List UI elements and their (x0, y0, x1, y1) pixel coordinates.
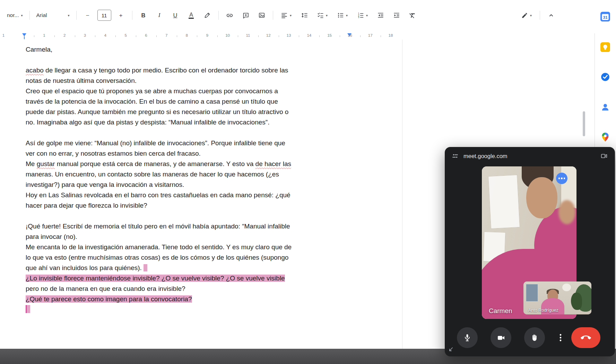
numbered-list-dropdown[interactable]: 123 ▾ (353, 9, 372, 22)
doc-line[interactable] (26, 304, 292, 315)
ruler-number: 10 (225, 33, 230, 37)
text-color-bar (189, 18, 194, 19)
ruler-tick (115, 35, 116, 37)
chevron-down-icon: ▾ (68, 14, 69, 17)
increase-font-size-button[interactable]: + (114, 9, 128, 22)
ruler-tick (177, 35, 177, 37)
highlight-color-button[interactable] (200, 9, 215, 22)
bulleted-list-dropdown[interactable]: ▾ (333, 9, 352, 22)
doc-line[interactable]: Hoy en Las Salinas revolcada en el barro… (26, 190, 292, 200)
doc-line[interactable]: Creo que el espacio que tú propones ya s… (26, 86, 292, 96)
decrease-indent-button[interactable] (373, 9, 388, 22)
calendar-icon: 31 (600, 11, 610, 22)
text-run: manual porque está cerca de maneras, y d… (55, 160, 255, 167)
hide-menus-button[interactable] (544, 9, 558, 22)
ruler-tick (75, 35, 75, 37)
doc-line[interactable]: Me gustar manual porque está cerca de ma… (26, 159, 292, 169)
image-icon (258, 12, 265, 19)
chevron-down-icon: ▾ (366, 14, 368, 17)
doc-line[interactable] (26, 55, 292, 65)
pencil-icon (521, 12, 528, 19)
doc-line[interactable]: ¿Lo invisible florece manteniéndose invi… (26, 273, 292, 284)
doc-line[interactable] (26, 128, 292, 138)
italic-button[interactable]: I (152, 9, 167, 22)
doc-line[interactable]: puede dar pistas. Aunque también me preg… (26, 107, 292, 117)
ruler-tick (381, 35, 381, 37)
doc-line[interactable]: Carmela, (26, 44, 292, 55)
text-run: Hoy en Las Salinas revolcada en el barro… (26, 191, 290, 199)
left-indent-stem[interactable] (24, 36, 25, 39)
insert-link-button[interactable] (223, 9, 237, 22)
increase-indent-button[interactable] (389, 9, 404, 22)
doc-line[interactable]: acabo de llegar a casa y tengo todo por … (26, 65, 292, 76)
calendar-button[interactable]: 31 (600, 11, 611, 22)
doc-line[interactable]: lo que va esto (entre muchísimas otras c… (26, 252, 292, 263)
svg-text:3: 3 (358, 16, 359, 18)
doc-line[interactable]: maneras. Un encuentro, un contacto sobre… (26, 169, 292, 180)
underline-button[interactable]: U (168, 9, 183, 22)
doc-line[interactable]: hacer para dejar que florezca lo invisib… (26, 200, 292, 211)
meet-self-view[interactable]: Anto Rodríguez (523, 281, 591, 314)
doc-line[interactable]: investigar?) para que venga la invocació… (26, 180, 292, 190)
meet-more-controls-button[interactable] (554, 327, 567, 348)
call-end-icon (581, 332, 591, 343)
tasks-button[interactable] (600, 71, 611, 83)
meet-more-options-button[interactable] (556, 173, 567, 184)
document-editor[interactable]: Carmela, acabo de llegar a casa y tengo … (26, 44, 292, 315)
clear-formatting-button[interactable] (405, 9, 420, 22)
meet-pip-window[interactable]: meet.google.com Carmen Anto Rodríguez (445, 147, 615, 356)
left-indent-marker[interactable] (22, 33, 26, 36)
maps-icon (600, 132, 610, 142)
keep-button[interactable] (600, 42, 611, 53)
maps-button[interactable] (600, 132, 611, 143)
text-color-button[interactable]: A (184, 9, 199, 22)
doc-line[interactable]: Así de golpe me viene: “Manual (no) infa… (26, 138, 292, 148)
raise-hand-button[interactable] (524, 327, 545, 348)
ruler-tick (197, 35, 197, 37)
doc-line[interactable]: ¡Qué fuerte! Escribí de memoria el títul… (26, 221, 292, 232)
doc-line[interactable]: Me encanta lo de la investigación amaner… (26, 242, 292, 252)
meet-title-bar[interactable]: meet.google.com (445, 147, 615, 165)
doc-line[interactable] (26, 211, 292, 221)
doc-line[interactable]: notas de nuestra última conversación. (26, 76, 292, 86)
doc-line[interactable]: ¿Qué te parece esto como imagen para la … (26, 294, 292, 304)
text-run: través de la potencia de la invocación. … (26, 98, 278, 105)
font-size-input[interactable]: 11 (97, 10, 111, 21)
doc-line[interactable]: no. Imaginaba algo así que da pistas y d… (26, 117, 292, 128)
resize-handle-icon[interactable] (448, 346, 454, 353)
bold-button[interactable]: B (136, 9, 151, 22)
doc-line[interactable]: para invocar (no). (26, 232, 292, 242)
ruler-tick (34, 35, 34, 37)
decrease-font-size-button[interactable]: − (80, 9, 95, 22)
ruler-number: 3 (84, 33, 86, 37)
ruler-tick (299, 35, 299, 37)
vertical-scrollbar-thumb[interactable] (583, 111, 585, 136)
doc-line[interactable]: que ahí van incluidos los para quiénes). (26, 263, 292, 273)
clear-formatting-icon (409, 12, 416, 19)
text-run: ¿Lo invisible florece manteniéndose invi… (26, 275, 285, 282)
doc-line[interactable]: ver con no errar, y nosotras estamos bie… (26, 148, 292, 159)
align-dropdown[interactable]: ▾ (277, 9, 296, 22)
paragraph-styles-dropdown[interactable]: nor... ▾ (4, 9, 26, 22)
font-family-dropdown[interactable]: Arial ▾ (34, 9, 72, 22)
checklist-dropdown[interactable]: ▾ (313, 9, 332, 22)
highlighter-icon (204, 12, 211, 19)
editing-mode-dropdown[interactable]: ▾ (517, 9, 536, 22)
end-call-button[interactable] (571, 327, 600, 348)
ruler-number: 18 (389, 33, 393, 37)
contacts-button[interactable] (600, 102, 611, 113)
doc-line[interactable]: través de la potencia de la invocación. … (26, 96, 292, 107)
add-comment-button[interactable] (238, 9, 253, 22)
camera-toggle-button[interactable] (491, 327, 511, 348)
text-run: investigar?) para que venga la invocació… (26, 181, 184, 188)
doc-line[interactable]: pero no de la manera en que era cuando e… (26, 284, 292, 294)
font-family-label: Arial (36, 12, 47, 18)
toolbar-right-cluster: ▾ (517, 6, 558, 24)
ruler-tick (136, 35, 136, 37)
line-spacing-icon (301, 12, 308, 19)
insert-image-button[interactable] (254, 9, 269, 22)
line-spacing-button[interactable] (297, 9, 312, 22)
ruler-tick (319, 35, 320, 37)
mute-microphone-button[interactable] (457, 327, 478, 348)
participant-hand (558, 200, 575, 224)
